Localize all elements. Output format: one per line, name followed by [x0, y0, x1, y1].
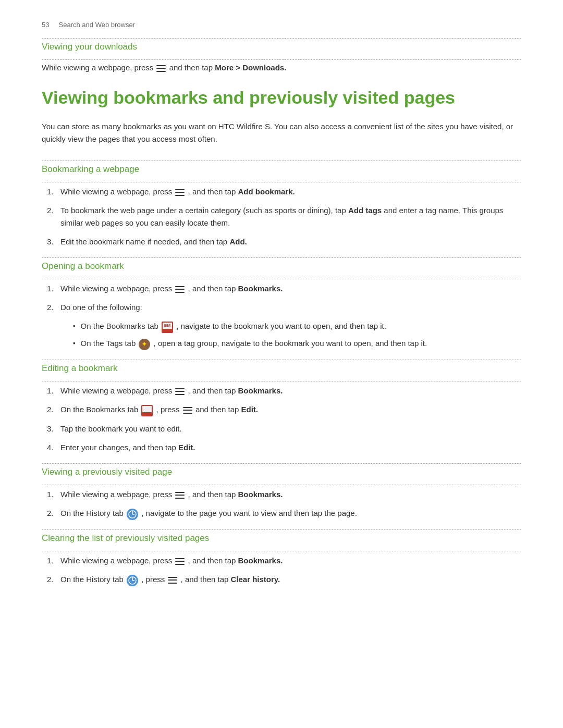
main-section-title: Viewing bookmarks and previously visited…	[42, 87, 521, 109]
menu-icon	[175, 492, 185, 499]
bookmarks-tab-icon-2	[141, 404, 153, 416]
viewing-prev-divider-top	[42, 463, 521, 464]
viewing-prev-steps: 1. While viewing a webpage, press , and …	[42, 488, 521, 520]
list-item: 2. On the Bookmarks tab , press	[42, 403, 521, 416]
list-item: 3. Edit the bookmark name if needed, and…	[42, 236, 521, 248]
page-number: 53	[42, 21, 49, 29]
list-item: 2. Do one of the following:	[42, 301, 521, 314]
list-item: 2. On the History tab , navigate to the …	[42, 507, 521, 520]
bookmarking-divider-top	[42, 161, 521, 161]
svg-rect-8	[142, 406, 152, 412]
clearing-content: 1. While viewing a webpage, press , and …	[42, 554, 521, 586]
menu-icon-3	[168, 577, 177, 584]
page-header: 53 Search and Web browser	[42, 21, 521, 29]
list-item: 1. While viewing a webpage, press , and …	[42, 488, 521, 501]
opening-steps: 1. While viewing a webpage, press , and …	[42, 282, 521, 314]
svg-text:BM: BM	[164, 323, 171, 328]
opening-content: 1. While viewing a webpage, press , and …	[42, 282, 521, 350]
section-label: Search and Web browser	[59, 21, 135, 29]
list-item: On the Bookmarks tab BM , navigate to th…	[73, 320, 521, 333]
editing-steps: 1. While viewing a webpage, press , and …	[42, 385, 521, 454]
list-item: 1. While viewing a webpage, press , and …	[42, 186, 521, 198]
opening-divider	[42, 279, 521, 279]
viewing-prev-section: Viewing a previously visited page 1. Whi…	[42, 467, 521, 520]
bookmarking-title: Bookmarking a webpage	[42, 164, 521, 175]
list-item: On the Tags tab ✦ , open a tag group, na…	[73, 337, 521, 350]
editing-divider-top	[42, 360, 521, 360]
list-item: 1. While viewing a webpage, press , and …	[42, 554, 521, 567]
history-tab-icon	[127, 508, 138, 520]
opening-bullets: On the Bookmarks tab BM , navigate to th…	[73, 320, 521, 350]
editing-content: 1. While viewing a webpage, press , and …	[42, 385, 521, 454]
menu-icon	[156, 65, 166, 72]
viewing-prev-divider	[42, 485, 521, 485]
list-item: 2. To bookmark the web page under a cert…	[42, 204, 521, 229]
history-tab-icon-2	[127, 574, 138, 586]
menu-icon	[175, 388, 185, 395]
list-item: 1. While viewing a webpage, press , and …	[42, 385, 521, 397]
bookmarks-tab-icon: BM	[162, 320, 173, 333]
list-item: 3. Tap the bookmark you want to edit.	[42, 423, 521, 435]
tags-tab-icon: ✦	[139, 338, 150, 350]
bookmarking-steps: 1. While viewing a webpage, press , and …	[42, 186, 521, 248]
clearing-steps: 1. While viewing a webpage, press , and …	[42, 554, 521, 586]
menu-icon-2	[183, 407, 192, 414]
downloads-content: While viewing a webpage, press and then …	[42, 63, 521, 72]
opening-divider-top	[42, 257, 521, 258]
downloads-text: While viewing a webpage, press and then …	[42, 63, 521, 72]
bookmarking-section: Bookmarking a webpage 1. While viewing a…	[42, 164, 521, 248]
main-intro: You can store as many bookmarks as you w…	[42, 120, 521, 146]
list-item: 2. On the History tab , press	[42, 573, 521, 586]
editing-section: Editing a bookmark 1. While viewing a we…	[42, 363, 521, 454]
editing-title: Editing a bookmark	[42, 363, 521, 374]
top-divider	[42, 38, 521, 39]
list-item: 4. Enter your changes, and then tap Edit…	[42, 441, 521, 454]
clearing-divider	[42, 551, 521, 551]
svg-text:✦: ✦	[141, 340, 148, 348]
editing-divider	[42, 381, 521, 381]
menu-icon	[175, 558, 185, 565]
bookmarking-content: 1. While viewing a webpage, press , and …	[42, 186, 521, 248]
list-item: 1. While viewing a webpage, press , and …	[42, 282, 521, 295]
opening-section: Opening a bookmark 1. While viewing a we…	[42, 261, 521, 350]
clearing-divider-top	[42, 529, 521, 530]
viewing-prev-content: 1. While viewing a webpage, press , and …	[42, 488, 521, 520]
opening-title: Opening a bookmark	[42, 261, 521, 272]
downloads-section: Viewing your downloads While viewing a w…	[42, 42, 521, 72]
viewing-prev-title: Viewing a previously visited page	[42, 467, 521, 477]
menu-icon	[175, 286, 185, 293]
clearing-title: Clearing the list of previously visited …	[42, 533, 521, 544]
downloads-link: More > Downloads.	[215, 63, 286, 72]
bookmarking-divider	[42, 182, 521, 182]
downloads-title: Viewing your downloads	[42, 42, 521, 52]
downloads-divider	[42, 59, 521, 60]
clearing-section: Clearing the list of previously visited …	[42, 533, 521, 586]
menu-icon	[175, 189, 185, 196]
